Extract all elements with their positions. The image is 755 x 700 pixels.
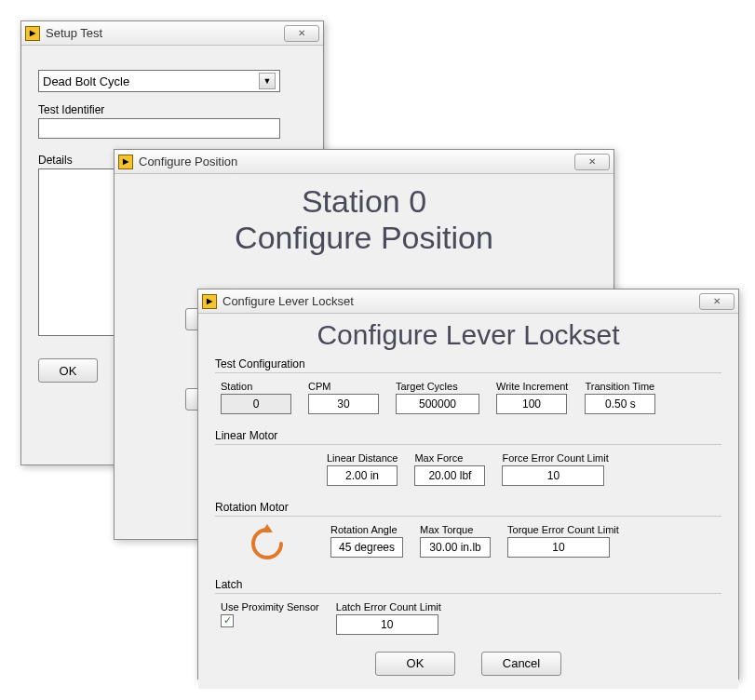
- linear-distance-input[interactable]: 2.00 in: [327, 465, 398, 486]
- force-error-limit-label: Force Error Count Limit: [502, 452, 608, 464]
- latch-row: Use Proximity Sensor ✓ Latch Error Count…: [215, 599, 721, 644]
- cpm-input[interactable]: 30: [308, 394, 379, 414]
- station-label: Station: [221, 381, 252, 392]
- field-station: Station 0: [221, 381, 291, 414]
- test-identifier-label: Test Identifier: [38, 103, 306, 116]
- field-max-force: Max Force 20.00 lbf: [414, 452, 485, 486]
- max-force-input[interactable]: 20.00 lbf: [414, 465, 485, 486]
- field-rotation-angle: Rotation Angle 45 degrees: [330, 524, 403, 558]
- test-config-row: Station 0 CPM 30 Target Cycles 500000 Wr…: [215, 379, 721, 424]
- window-title: Setup Test: [46, 26, 284, 40]
- close-icon[interactable]: ✕: [574, 154, 610, 170]
- page-heading-line1: Station 0: [137, 183, 591, 220]
- station-value: 0: [221, 394, 291, 414]
- force-error-limit-input[interactable]: 10: [502, 465, 604, 486]
- app-icon: ▶: [25, 26, 40, 41]
- titlebar[interactable]: ▶ Setup Test ✕: [21, 21, 323, 46]
- latch-error-limit-input[interactable]: 10: [336, 614, 438, 635]
- close-icon[interactable]: ✕: [284, 25, 319, 42]
- titlebar[interactable]: ▶ Configure Position ✕: [115, 150, 613, 174]
- target-cycles-input[interactable]: 500000: [396, 394, 479, 414]
- combo-selected-text: Dead Bolt Cycle: [43, 74, 129, 88]
- write-increment-label: Write Increment: [496, 381, 568, 392]
- ok-button[interactable]: OK: [375, 652, 455, 676]
- field-linear-distance: Linear Distance 2.00 in: [327, 452, 398, 486]
- field-target-cycles: Target Cycles 500000: [396, 381, 479, 414]
- torque-error-limit-input[interactable]: 10: [507, 537, 610, 558]
- write-increment-input[interactable]: 100: [496, 394, 567, 414]
- group-latch: Latch: [215, 572, 721, 594]
- chevron-down-icon[interactable]: ▼: [259, 73, 276, 89]
- transition-time-input[interactable]: 0.50 s: [585, 394, 655, 414]
- window-title: Configure Lever Lockset: [222, 294, 699, 308]
- latch-error-limit-label: Latch Error Count Limit: [336, 601, 441, 612]
- group-linear-motor: Linear Motor: [215, 424, 721, 445]
- field-transition-time: Transition Time 0.50 s: [585, 381, 655, 414]
- target-cycles-label: Target Cycles: [396, 381, 458, 392]
- cpm-label: CPM: [308, 381, 330, 392]
- close-icon[interactable]: ✕: [699, 293, 735, 310]
- rotation-direction-icon: [221, 524, 314, 563]
- transition-time-label: Transition Time: [585, 381, 654, 392]
- window-title: Configure Position: [139, 155, 574, 168]
- field-torque-error-count-limit: Torque Error Count Limit 10: [507, 524, 619, 558]
- group-test-configuration: Test Configuration: [215, 352, 721, 373]
- field-write-increment: Write Increment 100: [496, 381, 568, 414]
- field-cpm: CPM 30: [308, 381, 379, 414]
- app-icon: ▶: [202, 294, 217, 309]
- max-force-label: Max Force: [414, 452, 463, 464]
- linear-motor-row: Linear Distance 2.00 in Max Force 20.00 …: [215, 451, 721, 495]
- max-torque-label: Max Torque: [420, 524, 473, 535]
- configure-lever-lockset-window: ▶ Configure Lever Lockset ✕ Configure Le…: [197, 289, 739, 680]
- field-latch-error-limit: Latch Error Count Limit 10: [336, 601, 441, 635]
- rotation-angle-label: Rotation Angle: [330, 524, 398, 535]
- field-max-torque: Max Torque 30.00 in.lb: [420, 524, 491, 558]
- field-use-proximity: Use Proximity Sensor ✓: [221, 601, 319, 627]
- field-force-error-count-limit: Force Error Count Limit 10: [502, 452, 608, 486]
- dialog-button-row: OK Cancel: [215, 652, 721, 676]
- client-area: Configure Lever Lockset Test Configurati…: [198, 314, 738, 689]
- test-identifier-input[interactable]: [38, 118, 280, 139]
- titlebar[interactable]: ▶ Configure Lever Lockset ✕: [198, 289, 738, 314]
- page-heading: Configure Lever Lockset: [215, 319, 721, 352]
- torque-error-limit-label: Torque Error Count Limit: [507, 524, 619, 535]
- linear-distance-label: Linear Distance: [327, 452, 398, 464]
- use-proximity-checkbox[interactable]: ✓: [221, 614, 234, 627]
- use-proximity-label: Use Proximity Sensor: [221, 601, 319, 612]
- page-heading-line2: Configure Position: [137, 220, 591, 256]
- test-type-combo[interactable]: Dead Bolt Cycle ▼: [38, 70, 280, 92]
- rotation-motor-row: Rotation Angle 45 degrees Max Torque 30.…: [215, 522, 721, 572]
- cancel-button[interactable]: Cancel: [481, 652, 561, 676]
- max-torque-input[interactable]: 30.00 in.lb: [420, 537, 491, 558]
- rotation-angle-input[interactable]: 45 degrees: [330, 537, 403, 558]
- app-icon: ▶: [118, 155, 133, 169]
- group-rotation-motor: Rotation Motor: [215, 495, 721, 517]
- ok-button[interactable]: OK: [38, 358, 98, 383]
